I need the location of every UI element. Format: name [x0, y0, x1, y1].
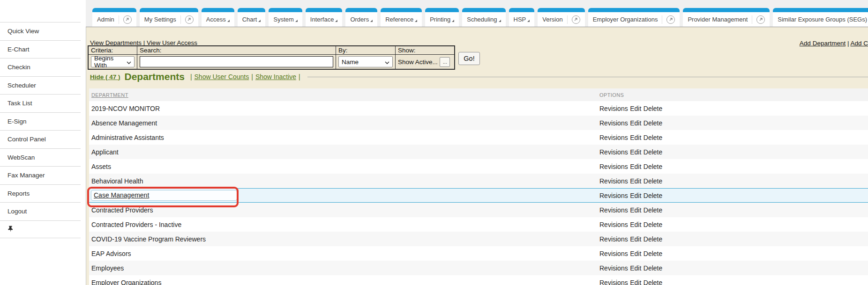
hide-count-link[interactable]: Hide ( 47 ) — [90, 73, 120, 80]
delete-link[interactable]: Delete — [644, 279, 662, 285]
external-link-icon[interactable] — [756, 15, 765, 24]
nav-tab[interactable]: My Settings — [140, 8, 198, 27]
edit-link[interactable]: Edit — [630, 177, 641, 185]
table-row[interactable]: Behavioral Health Revisions Edit Delete — [89, 174, 868, 188]
table-row[interactable]: Assets Revisions Edit Delete — [89, 159, 868, 174]
nav-tab[interactable]: Scheduling — [462, 8, 505, 27]
nav-tab[interactable]: Version — [538, 8, 584, 27]
go-button[interactable]: Go! — [458, 52, 480, 65]
nav-tab[interactable]: Interface — [306, 8, 343, 27]
table-row[interactable]: Employer Organizations Revisions Edit De… — [89, 275, 868, 285]
delete-link[interactable]: Delete — [644, 134, 662, 141]
table-row[interactable]: EAP Advisors Revisions Edit Delete — [89, 246, 868, 261]
nav-tab[interactable]: Employer Organizations — [588, 8, 680, 27]
nav-tab[interactable]: Similar Exposure Groups (SEGs) — [773, 8, 868, 27]
sidebar-item[interactable]: Control Panel — [0, 130, 81, 148]
revisions-link[interactable]: Revisions — [599, 134, 628, 141]
department-link[interactable]: 2019-NCOV MONITOR — [91, 105, 160, 112]
revisions-link[interactable]: Revisions — [599, 105, 628, 112]
edit-link[interactable]: Edit — [630, 250, 641, 257]
revisions-link[interactable]: Revisions — [599, 206, 628, 214]
delete-link[interactable]: Delete — [644, 192, 662, 199]
table-row[interactable]: Applicant Revisions Edit Delete — [89, 145, 868, 159]
search-input[interactable] — [140, 56, 333, 67]
department-link[interactable]: Administrative Assistants — [91, 134, 164, 141]
table-row[interactable]: 2019-NCOV MONITOR Revisions Edit Delete — [89, 101, 868, 116]
edit-link[interactable]: Edit — [630, 206, 641, 214]
revisions-link[interactable]: Revisions — [599, 279, 628, 285]
edit-link[interactable]: Edit — [630, 119, 641, 127]
department-link[interactable]: Employer Organizations — [91, 279, 161, 285]
sidebar-item[interactable]: Fax Manager — [0, 166, 81, 184]
nav-tab[interactable]: Provider Management — [683, 8, 770, 27]
table-row[interactable]: Contracted Providers - Inactive Revision… — [89, 217, 868, 232]
nav-tab[interactable]: System — [269, 8, 302, 27]
table-row[interactable]: Absence Management Revisions Edit Delete — [89, 116, 868, 130]
sidebar-item[interactable]: E-Sign — [0, 112, 81, 131]
department-link[interactable]: Contracted Providers - Inactive — [91, 221, 181, 228]
department-link[interactable]: EAP Advisors — [91, 250, 131, 257]
external-link-icon[interactable] — [666, 15, 675, 24]
edit-link[interactable]: Edit — [630, 235, 641, 243]
add-department-link[interactable]: Add Department — [800, 40, 846, 47]
revisions-link[interactable]: Revisions — [599, 221, 628, 228]
by-select[interactable]: Name — [338, 56, 393, 67]
sidebar-item[interactable]: Quick View — [0, 22, 81, 40]
department-link[interactable]: Employees — [91, 264, 124, 272]
nav-tab[interactable]: Printing — [425, 8, 459, 27]
revisions-link[interactable]: Revisions — [599, 119, 628, 127]
revisions-link[interactable]: Revisions — [599, 163, 628, 170]
delete-link[interactable]: Delete — [644, 148, 662, 156]
delete-link[interactable]: Delete — [644, 250, 662, 257]
delete-link[interactable]: Delete — [644, 221, 662, 228]
show-more-button[interactable]: ... — [440, 57, 450, 67]
edit-link[interactable]: Edit — [630, 148, 641, 156]
external-link-icon[interactable] — [123, 15, 132, 24]
delete-link[interactable]: Delete — [644, 206, 662, 214]
delete-link[interactable]: Delete — [644, 105, 662, 112]
revisions-link[interactable]: Revisions — [599, 192, 628, 199]
show-user-counts-link[interactable]: Show User Counts — [195, 73, 249, 80]
sidebar-item[interactable]: Scheduler — [0, 76, 81, 95]
nav-tab[interactable]: Access — [202, 8, 234, 27]
revisions-link[interactable]: Revisions — [599, 264, 628, 272]
department-link[interactable]: Contracted Providers — [91, 206, 153, 214]
nav-tab[interactable]: Reference — [381, 8, 422, 27]
sidebar-item[interactable]: Task List — [0, 94, 81, 112]
delete-link[interactable]: Delete — [644, 163, 662, 170]
edit-link[interactable]: Edit — [630, 134, 641, 141]
table-row[interactable]: Case Management Revisions Edit Delete — [89, 188, 868, 203]
sidebar-item[interactable]: WebScan — [0, 148, 81, 167]
nav-tab[interactable]: Orders — [345, 8, 377, 27]
nav-tab[interactable]: Admin — [92, 8, 136, 27]
add-cut-link[interactable]: Add C — [850, 40, 868, 47]
nav-tab[interactable]: Chart — [238, 8, 266, 27]
delete-link[interactable]: Delete — [644, 235, 662, 243]
edit-link[interactable]: Edit — [630, 221, 641, 228]
sidebar-item[interactable]: Checkin — [0, 58, 81, 76]
table-row[interactable]: Contracted Providers Revisions Edit Dele… — [89, 203, 868, 217]
revisions-link[interactable]: Revisions — [599, 177, 628, 185]
edit-link[interactable]: Edit — [630, 264, 641, 272]
edit-link[interactable]: Edit — [630, 163, 641, 170]
show-inactive-link[interactable]: Show Inactive — [255, 73, 296, 80]
department-link[interactable]: Behavioral Health — [91, 177, 143, 185]
view-departments-link[interactable]: View Departments — [90, 39, 142, 46]
edit-link[interactable]: Edit — [630, 192, 641, 199]
edit-link[interactable]: Edit — [630, 279, 641, 285]
view-user-access-link[interactable]: View User Access — [147, 39, 197, 46]
table-row[interactable]: Employees Revisions Edit Delete — [89, 261, 868, 275]
department-link[interactable]: Applicant — [91, 148, 119, 156]
revisions-link[interactable]: Revisions — [599, 250, 628, 257]
delete-link[interactable]: Delete — [644, 119, 662, 127]
external-link-icon[interactable] — [572, 15, 580, 24]
edit-link[interactable]: Edit — [630, 105, 641, 112]
revisions-link[interactable]: Revisions — [599, 148, 628, 156]
delete-link[interactable]: Delete — [644, 264, 662, 272]
table-row[interactable]: COVID-19 Vaccine Program Reviewers Revis… — [89, 232, 868, 246]
sidebar-pin-button[interactable] — [0, 220, 81, 239]
table-row[interactable]: Administrative Assistants Revisions Edit… — [89, 130, 868, 145]
nav-tab[interactable]: HSP — [509, 8, 535, 27]
delete-link[interactable]: Delete — [644, 177, 662, 185]
sidebar-item[interactable]: Logout — [0, 202, 81, 220]
